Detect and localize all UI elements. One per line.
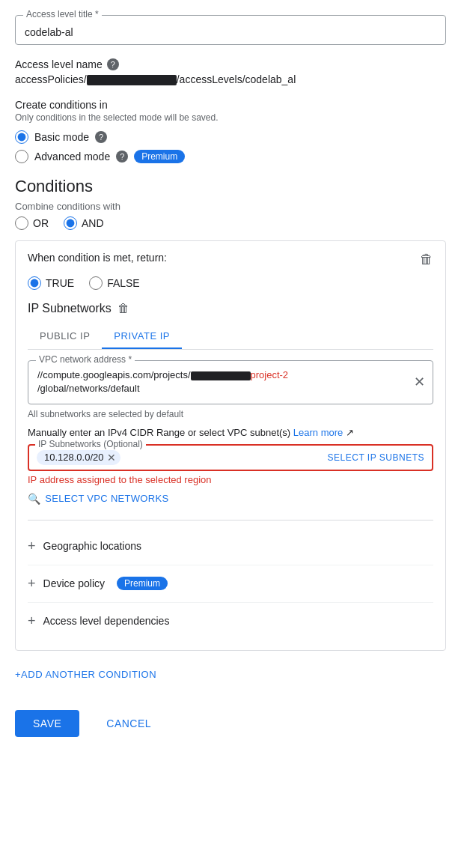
vpc-network-address-label: VPC network address * — [36, 354, 135, 365]
access-level-name-group: Access level name ? accessPolicies//acce… — [15, 58, 446, 85]
save-button[interactable]: SAVE — [15, 710, 79, 737]
advanced-mode-radio-item[interactable]: Advanced mode ? Premium — [15, 150, 446, 163]
false-radio[interactable] — [89, 276, 103, 290]
ip-error-message: IP address assigned to the selected regi… — [28, 474, 433, 485]
page-container: Access level title * Access level name ?… — [0, 0, 461, 752]
divider — [28, 520, 433, 521]
false-label: FALSE — [107, 277, 140, 289]
and-label: AND — [82, 217, 104, 229]
vpc-redacted — [191, 371, 251, 380]
or-radio-item[interactable]: OR — [15, 216, 49, 230]
learn-more-link[interactable]: Learn more — [293, 427, 343, 438]
combine-conditions-label: Combine conditions with — [15, 201, 446, 212]
or-radio[interactable] — [15, 216, 28, 230]
ip-subnetworks-section: IP Subnetworks 🗑 PUBLIC IP PRIVATE IP VP… — [28, 302, 433, 639]
basic-mode-radio[interactable] — [15, 130, 28, 144]
search-icon: 🔍 — [28, 493, 40, 505]
mode-radio-group: Basic mode ? Advanced mode ? Premium — [15, 130, 446, 163]
advanced-mode-radio[interactable] — [15, 150, 28, 163]
create-conditions-group: Create conditions in Only conditions in … — [15, 99, 446, 163]
advanced-mode-label: Advanced mode — [34, 151, 110, 163]
and-radio-item[interactable]: AND — [64, 216, 104, 230]
ip-subnetworks-delete-icon[interactable]: 🗑 — [117, 302, 129, 315]
condition-return-label: When condition is met, return: — [28, 252, 167, 264]
add-another-condition-button[interactable]: +ADD ANOTHER CONDITION — [15, 661, 156, 688]
return-radios: TRUE FALSE — [28, 276, 433, 290]
ip-chip: 10.128.0.0/20 ✕ — [37, 450, 120, 465]
select-vpc-networks-button[interactable]: 🔍 SELECT VPC NETWORKS — [28, 493, 433, 505]
geographic-locations-item[interactable]: + Geographic locations — [28, 528, 433, 565]
access-level-dependencies-label: Access level dependencies — [43, 615, 170, 627]
geographic-locations-expand-icon: + — [28, 538, 36, 554]
condition-card: When condition is met, return: 🗑 TRUE FA… — [15, 240, 446, 650]
access-level-dependencies-expand-icon: + — [28, 613, 36, 629]
ip-chip-value: 10.128.0.0/20 — [44, 452, 104, 463]
device-policy-label: Device policy — [43, 577, 105, 589]
device-policy-expand-icon: + — [28, 576, 36, 592]
conditions-section: Conditions Combine conditions with OR AN… — [15, 177, 446, 687]
ip-subnets-field: IP Subnetworks (Optional) 10.128.0.0/20 … — [28, 444, 433, 471]
true-radio[interactable] — [28, 276, 41, 290]
ip-tabs: PUBLIC IP PRIVATE IP — [28, 324, 433, 350]
vpc-network-address-field: VPC network address * //compute.googleap… — [28, 360, 433, 404]
condition-delete-icon[interactable]: 🗑 — [420, 252, 433, 267]
access-level-dependencies-item[interactable]: + Access level dependencies — [28, 603, 433, 640]
vpc-clear-icon[interactable]: ✕ — [414, 374, 425, 390]
footer-actions: SAVE CANCEL — [15, 702, 446, 737]
basic-mode-help-icon[interactable]: ? — [95, 131, 107, 143]
true-label: TRUE — [46, 277, 74, 289]
basic-mode-radio-item[interactable]: Basic mode ? — [15, 130, 446, 144]
access-level-title-label: Access level title * — [23, 9, 102, 19]
geographic-locations-label: Geographic locations — [43, 540, 142, 552]
conditions-title: Conditions — [15, 177, 446, 196]
vpc-project-annotation: project-2 — [251, 369, 289, 380]
access-level-name-label: Access level name ? — [15, 58, 446, 70]
ip-subnets-field-label: IP Subnetworks (Optional) — [35, 439, 146, 449]
device-policy-premium-badge: Premium — [117, 577, 168, 590]
tab-public-ip[interactable]: PUBLIC IP — [28, 324, 102, 349]
cancel-button[interactable]: CANCEL — [88, 710, 169, 737]
ip-chip-remove-icon[interactable]: ✕ — [107, 452, 116, 464]
create-conditions-label: Create conditions in — [15, 99, 446, 111]
true-radio-item[interactable]: TRUE — [28, 276, 74, 290]
access-level-name-value: accessPolicies//accessLevels/codelab_al — [15, 73, 446, 85]
condition-header: When condition is met, return: 🗑 — [28, 252, 433, 267]
ip-subnetworks-header: IP Subnetworks 🗑 — [28, 302, 433, 315]
ip-subnetworks-title: IP Subnetworks — [28, 302, 112, 315]
false-radio-item[interactable]: FALSE — [89, 276, 140, 290]
vpc-hint: All subnetworks are selected by default — [28, 409, 433, 419]
access-level-title-input[interactable] — [25, 26, 436, 38]
advanced-mode-help-icon[interactable]: ? — [116, 151, 128, 163]
select-ip-subnets-button[interactable]: SELECT IP SUBNETS — [328, 452, 424, 463]
expandable-items: + Geographic locations + Device policy P… — [28, 528, 433, 640]
vpc-network-address-value: //compute.googleapis.com/projects/projec… — [37, 368, 406, 395]
and-radio[interactable] — [64, 216, 77, 230]
combine-radios: OR AND — [15, 216, 446, 230]
create-conditions-sublabel: Only conditions in the selected mode wil… — [15, 112, 446, 123]
tab-private-ip[interactable]: PRIVATE IP — [102, 324, 182, 349]
or-label: OR — [33, 217, 49, 229]
ipv4-hint: Manually enter an IPv4 CIDR Range or sel… — [28, 427, 433, 438]
basic-mode-label: Basic mode — [34, 131, 89, 143]
redacted-block — [87, 75, 177, 85]
access-level-title-field[interactable]: Access level title * — [15, 15, 446, 45]
access-level-name-help-icon[interactable]: ? — [107, 58, 119, 70]
device-policy-item[interactable]: + Device policy Premium — [28, 565, 433, 603]
advanced-mode-premium-badge: Premium — [134, 150, 185, 163]
